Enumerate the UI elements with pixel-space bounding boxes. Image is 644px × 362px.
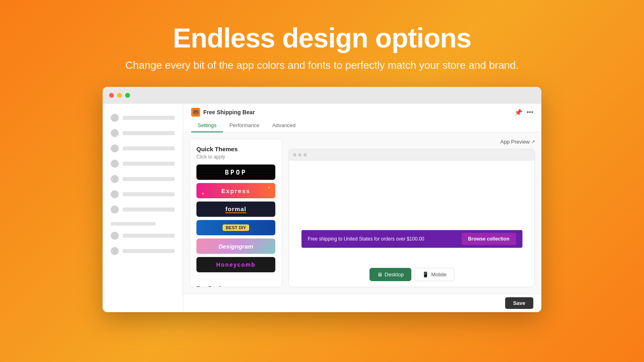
theme-honeycomb-label: Honeycomb <box>216 261 256 268</box>
sidebar-label-apps <box>123 208 175 212</box>
app-title-right: 📌 ••• <box>514 109 533 116</box>
bar-design-title: Bar Design <box>196 285 275 287</box>
sidebar <box>103 104 183 312</box>
mini-dot-3 <box>303 153 307 156</box>
theme-express-label: Express <box>221 187 250 194</box>
browser-window: 🐻 Free Shipping Bear 📌 ••• Settings Perf… <box>103 87 541 312</box>
browser-content: 🐻 Free Shipping Bear 📌 ••• Settings Perf… <box>103 104 541 312</box>
theme-designgram-label: Designgram <box>219 243 254 250</box>
more-icon[interactable]: ••• <box>526 109 533 116</box>
sidebar-label-discounts <box>123 192 175 196</box>
app-title: Free Shipping Bear <box>203 109 255 115</box>
mini-dot-2 <box>298 153 301 156</box>
hero-title: Endless design options <box>173 22 471 53</box>
desktop-button[interactable]: 🖥 Desktop <box>369 268 412 281</box>
quick-themes-subtitle: Click to apply <box>196 154 275 160</box>
shipping-bar: Free shipping to United States for order… <box>301 230 522 248</box>
mobile-label: Mobile <box>431 272 446 278</box>
pin-icon[interactable]: 📌 <box>514 109 522 116</box>
sparkle-icon-2: ✦ <box>201 191 204 196</box>
sidebar-item-apps[interactable] <box>103 202 183 217</box>
theme-designgram[interactable]: Designgram <box>196 239 275 254</box>
preview-browser-chrome <box>289 149 535 160</box>
desktop-label: Desktop <box>385 272 404 278</box>
sidebar-item-products[interactable] <box>103 141 183 156</box>
sidebar-label-products <box>123 146 175 150</box>
sidebar-item-orders[interactable] <box>103 125 183 141</box>
theme-bpop[interactable]: BPOP <box>196 165 275 180</box>
tab-settings[interactable]: Settings <box>191 119 223 132</box>
shipping-bar-text: Free shipping to United States for order… <box>308 236 425 242</box>
left-panel: Quick Themes Click to apply BPOP Express… <box>190 139 282 287</box>
sidebar-label-home <box>123 116 175 120</box>
theme-bpop-label: BPOP <box>225 169 247 176</box>
mobile-button[interactable]: 📱 Mobile <box>415 268 454 281</box>
preview-browser: Free shipping to United States for order… <box>289 149 535 287</box>
sidebar-item-home[interactable] <box>103 110 183 125</box>
sidebar-label-pos <box>123 249 175 253</box>
theme-bestdiy[interactable]: BEST DIY <box>196 220 275 235</box>
orders-icon <box>111 129 119 137</box>
products-icon <box>111 144 119 152</box>
customers-icon <box>111 160 119 168</box>
sidebar-item-customers[interactable] <box>103 156 183 171</box>
right-panel: App Preview ↗ <box>289 139 535 287</box>
theme-honeycomb[interactable]: Honeycomb <box>196 257 275 272</box>
apps-icon <box>111 206 119 214</box>
sidebar-label-orders <box>123 131 175 135</box>
theme-formal-label: formal <box>225 206 246 213</box>
app-title-bar: 🐻 Free Shipping Bear 📌 ••• <box>191 104 533 119</box>
app-bear-icon: 🐻 <box>191 108 200 117</box>
quick-themes-title: Quick Themes <box>196 146 275 152</box>
external-link-icon: ↗ <box>531 139 535 144</box>
theme-express[interactable]: Express ✦ ✦ <box>196 183 275 198</box>
app-tabs: Settings Performance Advanced <box>191 119 533 132</box>
content-area: Quick Themes Click to apply BPOP Express… <box>183 132 541 294</box>
sidebar-section-text <box>111 222 155 226</box>
browser-dot-green[interactable] <box>125 93 130 98</box>
bar-design-section: Bar Design Toggle <box>196 279 275 287</box>
online-store-icon <box>111 232 119 240</box>
sidebar-label-online-store <box>123 234 175 238</box>
pos-icon <box>111 247 119 255</box>
sparkle-icon: ✦ <box>267 185 270 190</box>
browser-dot-red[interactable] <box>109 93 114 98</box>
tab-performance[interactable]: Performance <box>223 119 266 132</box>
preview-content: Free shipping to United States for order… <box>289 160 535 268</box>
sidebar-label-customers <box>123 162 175 166</box>
sidebar-item-discounts[interactable] <box>103 187 183 202</box>
browser-dot-yellow[interactable] <box>117 93 122 98</box>
desktop-icon: 🖥 <box>377 272 382 278</box>
hero-subtitle: Change every bit of the app colors and f… <box>125 59 518 72</box>
sidebar-item-online-store[interactable] <box>103 228 183 243</box>
main-panel: 🐻 Free Shipping Bear 📌 ••• Settings Perf… <box>183 104 541 312</box>
save-footer: Save <box>183 294 541 312</box>
app-header: 🐻 Free Shipping Bear 📌 ••• Settings Perf… <box>183 104 541 132</box>
browser-chrome <box>103 87 541 104</box>
save-button[interactable]: Save <box>505 297 533 309</box>
discounts-icon <box>111 190 119 198</box>
app-preview-label: App Preview <box>500 139 530 145</box>
app-preview-link[interactable]: App Preview ↗ <box>500 139 535 145</box>
home-icon <box>111 114 119 122</box>
mini-dot-1 <box>293 153 296 156</box>
tab-advanced[interactable]: Advanced <box>266 119 302 132</box>
theme-bestdiy-label: BEST DIY <box>223 224 250 231</box>
preview-header: App Preview ↗ <box>289 139 535 145</box>
analytics-icon <box>111 175 119 183</box>
sidebar-label-analytics <box>123 177 175 181</box>
sidebar-section <box>103 217 183 228</box>
browse-collection-button[interactable]: Browse collection <box>462 233 516 245</box>
sidebar-item-point-of-sale[interactable] <box>103 243 183 259</box>
app-title-left: 🐻 Free Shipping Bear <box>191 108 255 117</box>
sidebar-item-analytics[interactable] <box>103 171 183 187</box>
mobile-icon: 📱 <box>422 272 429 278</box>
theme-formal[interactable]: formal <box>196 202 275 217</box>
